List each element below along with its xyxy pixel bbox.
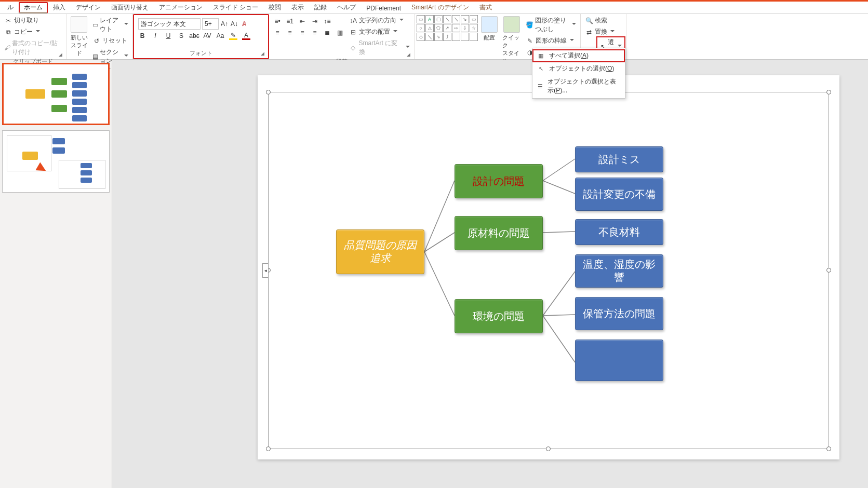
tab-transitions[interactable]: 画面切り替え bbox=[106, 2, 154, 13]
select-dropdown: ↖ 選択 ▦ すべて選択(A) ↖ オブジェクトの選択(O) ☰ オブジェクトの… bbox=[596, 36, 625, 57]
align-center-icon[interactable]: ≡ bbox=[286, 29, 294, 37]
highlight-color-icon[interactable]: ✎ bbox=[229, 32, 237, 40]
smartart-leaf-2[interactable]: 設計変更の不備 bbox=[575, 178, 663, 211]
svg-line-7 bbox=[543, 315, 575, 316]
reset-icon: ↺ bbox=[92, 37, 101, 45]
find-button[interactable]: 🔍検索 bbox=[583, 15, 617, 26]
tab-insert[interactable]: 挿入 bbox=[48, 2, 71, 13]
shapes-gallery[interactable]: ▭A▢＼＼↘▭ ○△⬠↗⇨⇩☆ ◇＼∿⤴ bbox=[417, 15, 478, 41]
tab-slideshow[interactable]: スライド ショー bbox=[208, 2, 263, 13]
resize-handle-tr[interactable] bbox=[826, 90, 831, 94]
tab-file-fragment[interactable]: ル bbox=[2, 2, 19, 13]
char-spacing-icon[interactable]: AV bbox=[203, 32, 211, 40]
strike-icon[interactable]: S bbox=[177, 32, 185, 40]
select-objects-label: オブジェクトの選択(O) bbox=[549, 64, 614, 73]
convert-smartart-button[interactable]: ◇SmartArt に変換 bbox=[347, 38, 412, 58]
selection-pane-item[interactable]: ☰ オブジェクトの選択と表示(P)... bbox=[532, 75, 625, 97]
clear-format-icon[interactable]: A̷ bbox=[240, 20, 248, 28]
tab-review[interactable]: 校閲 bbox=[263, 2, 286, 13]
bullets-icon[interactable]: ≡• bbox=[273, 17, 282, 25]
thumbnail-2[interactable] bbox=[2, 130, 110, 193]
text-direction-button[interactable]: ↕A文字列の方向 bbox=[347, 15, 412, 26]
smartart-root[interactable]: 品質問題の原因追求 bbox=[336, 229, 424, 274]
replace-button[interactable]: ⇄置換 bbox=[583, 26, 617, 37]
shape-fill-button[interactable]: 🪣図形の塗りつぶし bbox=[524, 15, 578, 35]
shape-outline-button[interactable]: ✎図形の枠線 bbox=[524, 35, 578, 46]
tab-pdfelement[interactable]: PDFelement bbox=[361, 4, 406, 13]
select-objects-item[interactable]: ↖ オブジェクトの選択(O) bbox=[532, 62, 625, 75]
layout-icon: ▭ bbox=[92, 21, 98, 29]
select-all-item[interactable]: ▦ すべて選択(A) bbox=[532, 49, 625, 62]
smartart-mid-3[interactable]: 環境の問題 bbox=[455, 299, 543, 333]
tab-home[interactable]: ホーム bbox=[19, 2, 48, 13]
new-slide-button[interactable]: 新しい スライド bbox=[69, 15, 89, 58]
svg-line-6 bbox=[543, 272, 575, 316]
align-left-icon[interactable]: ≡ bbox=[273, 29, 282, 37]
distribute-icon[interactable]: ≣ bbox=[323, 29, 331, 37]
tab-view[interactable]: 表示 bbox=[286, 2, 309, 13]
font-group-label: フォント bbox=[136, 49, 266, 58]
cut-button[interactable]: ✂切り取り bbox=[2, 15, 64, 26]
section-icon: ▤ bbox=[92, 52, 98, 61]
italic-icon[interactable]: I bbox=[151, 32, 159, 40]
svg-line-2 bbox=[424, 252, 455, 316]
format-painter-button[interactable]: 🖌書式のコピー/貼り付け bbox=[2, 38, 64, 58]
bold-icon[interactable]: B bbox=[138, 32, 146, 40]
quick-style-button[interactable]: クイック スタイル bbox=[501, 15, 523, 66]
indent-dec-icon[interactable]: ⇤ bbox=[298, 17, 306, 25]
double-strike-icon[interactable]: abc bbox=[190, 32, 198, 40]
resize-handle-br[interactable] bbox=[826, 446, 831, 451]
copy-icon: ⧉ bbox=[4, 28, 12, 36]
tab-format[interactable]: 書式 bbox=[474, 2, 497, 13]
smartart-leaf-6[interactable] bbox=[575, 340, 663, 381]
tab-animations[interactable]: アニメーション bbox=[154, 2, 208, 13]
resize-handle-mr[interactable] bbox=[826, 268, 831, 273]
align-justify-icon[interactable]: ≡ bbox=[311, 29, 319, 37]
indent-inc-icon[interactable]: ⇥ bbox=[311, 17, 319, 25]
font-name-combo[interactable]: 游ゴシック 本文 bbox=[138, 18, 201, 30]
bucket-icon: 🪣 bbox=[526, 21, 533, 29]
clipboard-dialog-launcher[interactable]: ◢ bbox=[59, 52, 65, 58]
select-menu: ▦ すべて選択(A) ↖ オブジェクトの選択(O) ☰ オブジェクトの選択と表示… bbox=[532, 48, 625, 99]
font-dialog-launcher[interactable]: ◢ bbox=[261, 51, 267, 57]
smartart-mid-1[interactable]: 設計の問題 bbox=[455, 164, 543, 198]
layout-button[interactable]: ▭レイアウト bbox=[90, 15, 130, 35]
resize-handle-bc[interactable] bbox=[546, 446, 551, 451]
tab-record[interactable]: 記録 bbox=[309, 2, 332, 13]
slide-canvas[interactable]: ◂ 品質問題の原因追求 bbox=[258, 75, 839, 459]
smartart-leaf-5[interactable]: 保管方法の問題 bbox=[575, 297, 663, 330]
underline-icon[interactable]: U bbox=[164, 32, 172, 40]
font-color-icon[interactable]: A bbox=[242, 32, 250, 40]
smartart-leaf-4[interactable]: 温度、湿度の影響 bbox=[575, 254, 663, 288]
convert-smartart-label: SmartArt に変換 bbox=[359, 39, 403, 57]
smartart-leaf-1[interactable]: 設計ミス bbox=[575, 146, 663, 172]
replace-label: 置換 bbox=[595, 28, 607, 36]
smartart-textpane-toggle[interactable]: ◂ bbox=[262, 263, 269, 278]
text-align-button[interactable]: ⊟文字の配置 bbox=[347, 26, 412, 37]
change-case-icon[interactable]: Aa bbox=[216, 32, 224, 40]
search-icon: 🔍 bbox=[585, 17, 593, 25]
select-all-icon: ▦ bbox=[537, 52, 545, 60]
shape-fill-label: 図形の塗りつぶし bbox=[535, 16, 569, 34]
align-right-icon[interactable]: ≡ bbox=[298, 29, 306, 37]
columns-icon[interactable]: ▥ bbox=[336, 29, 344, 37]
resize-handle-bl[interactable] bbox=[266, 446, 271, 451]
smartart-mid-2[interactable]: 原材料の問題 bbox=[455, 216, 543, 250]
font-size-combo[interactable]: 5+ bbox=[202, 18, 219, 30]
paragraph-dialog-launcher[interactable]: ◢ bbox=[407, 52, 413, 58]
arrange-button[interactable]: 配置 bbox=[479, 15, 500, 43]
tab-design[interactable]: デザイン bbox=[71, 2, 106, 13]
svg-line-1 bbox=[424, 233, 455, 252]
smartart-selection-frame[interactable]: ◂ 品質問題の原因追求 bbox=[268, 92, 829, 449]
decrease-font-icon[interactable]: A↓ bbox=[230, 20, 238, 28]
smartart-leaf-3[interactable]: 不良材料 bbox=[575, 219, 663, 245]
increase-font-icon[interactable]: A↑ bbox=[220, 20, 229, 28]
reset-button[interactable]: ↺リセット bbox=[90, 35, 130, 46]
tab-smartart-design[interactable]: SmartArt のデザイン bbox=[406, 2, 474, 13]
thumbnail-1[interactable] bbox=[2, 63, 110, 125]
format-painter-label: 書式のコピー/貼り付け bbox=[12, 39, 62, 57]
numbering-icon[interactable]: ≡1 bbox=[286, 17, 294, 25]
copy-button[interactable]: ⧉コピー bbox=[2, 26, 64, 37]
tab-help[interactable]: ヘルプ bbox=[332, 2, 361, 13]
line-spacing-icon[interactable]: ↕≡ bbox=[323, 17, 331, 25]
